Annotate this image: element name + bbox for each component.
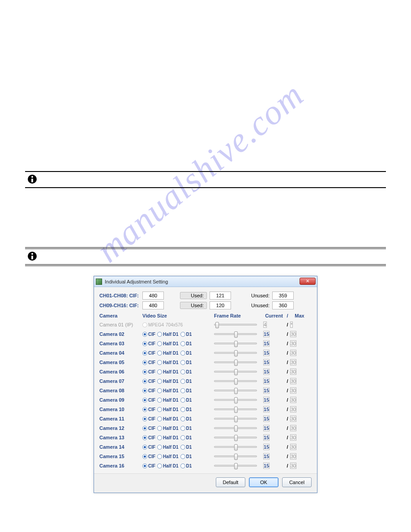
radio-d1[interactable]: D1: [180, 407, 192, 412]
frame-rate-slider[interactable]: [214, 343, 257, 344]
radio-d1[interactable]: D1: [180, 388, 192, 393]
current-value[interactable]: 15: [263, 397, 270, 403]
radio-d1[interactable]: D1: [180, 379, 192, 384]
frame-rate-slider[interactable]: [214, 371, 257, 373]
radio-d1[interactable]: D1: [180, 463, 192, 468]
radio-cif[interactable]: CIF: [142, 454, 155, 459]
radio-cif[interactable]: CIF: [142, 379, 155, 384]
frame-rate-slider[interactable]: [214, 380, 257, 382]
frame-rate-slider[interactable]: [214, 465, 257, 467]
current-value[interactable]: 15: [263, 453, 270, 459]
value-slash: /: [285, 360, 290, 365]
radio-d1[interactable]: D1: [180, 445, 192, 450]
radio-halfd1[interactable]: Half D1: [157, 369, 178, 374]
radio-halfd1[interactable]: Half D1: [157, 416, 178, 421]
info-icon: [28, 175, 37, 184]
camera-row: Camera 02CIFHalf D1D115/30: [99, 330, 312, 339]
current-value[interactable]: 15: [263, 425, 270, 431]
frame-rate-slider[interactable]: [214, 446, 257, 448]
current-value[interactable]: 15: [263, 331, 270, 337]
frame-rate-slider[interactable]: [214, 437, 257, 438]
radio-halfd1[interactable]: Half D1: [157, 388, 178, 393]
dialog-title: Individual Adjustment Setting: [105, 279, 168, 284]
camera-name: Camera 12: [99, 425, 142, 431]
radio-cif[interactable]: CIF: [142, 463, 155, 468]
radio-cif[interactable]: CIF: [142, 341, 155, 346]
radio-d1[interactable]: D1: [180, 369, 192, 374]
radio-halfd1[interactable]: Half D1: [157, 463, 178, 468]
current-value[interactable]: 15: [263, 378, 270, 384]
dialog-button-row: Default OK Cancel: [94, 473, 317, 493]
max-value: 30: [290, 378, 296, 384]
radio-cif[interactable]: CIF: [142, 360, 155, 365]
current-value[interactable]: 15: [263, 359, 270, 365]
radio-d1[interactable]: D1: [180, 435, 192, 440]
current-value[interactable]: 15: [263, 387, 270, 394]
frame-rate-slider[interactable]: [214, 390, 257, 391]
frame-rate-slider: [214, 324, 257, 326]
radio-halfd1[interactable]: Half D1: [157, 379, 178, 384]
radio-d1[interactable]: D1: [180, 360, 192, 365]
radio-halfd1[interactable]: Half D1: [157, 332, 178, 337]
radio-d1[interactable]: D1: [180, 332, 192, 337]
radio-cif[interactable]: CIF: [142, 351, 155, 356]
camera-name: Camera 07: [99, 378, 142, 384]
radio-d1[interactable]: D1: [180, 341, 192, 346]
radio-halfd1[interactable]: Half D1: [157, 435, 178, 440]
radio-cif[interactable]: CIF: [142, 435, 155, 440]
radio-halfd1[interactable]: Half D1: [157, 351, 178, 356]
radio-halfd1[interactable]: Half D1: [157, 407, 178, 412]
radio-halfd1[interactable]: Half D1: [157, 426, 178, 431]
radio-halfd1[interactable]: Half D1: [157, 454, 178, 459]
frame-rate-slider[interactable]: [214, 333, 257, 335]
radio-cif[interactable]: CIF: [142, 416, 155, 421]
current-value[interactable]: 15: [263, 369, 270, 375]
stat-label: CH09-CH16: CIF:: [99, 303, 140, 308]
radio-cif[interactable]: CIF: [142, 388, 155, 393]
camera-row: Camera 12CIFHalf D1D115/30: [99, 424, 312, 433]
camera-name: Camera 11: [99, 416, 142, 421]
frame-rate-slider[interactable]: [214, 408, 257, 410]
cancel-button[interactable]: Cancel: [282, 477, 312, 487]
current-value[interactable]: 15: [263, 463, 270, 469]
radio-d1[interactable]: D1: [180, 426, 192, 431]
radio-d1[interactable]: D1: [180, 416, 192, 421]
used-label: Used:: [180, 302, 207, 309]
max-value: 30: [290, 331, 296, 337]
max-value: 30: [290, 434, 296, 441]
current-value[interactable]: 15: [263, 340, 270, 347]
radio-halfd1[interactable]: Half D1: [157, 360, 178, 365]
frame-rate-slider[interactable]: [214, 399, 257, 401]
radio-d1[interactable]: D1: [180, 398, 192, 403]
dialog-titlebar[interactable]: Individual Adjustment Setting ✕: [94, 276, 317, 287]
ok-button[interactable]: OK: [249, 477, 278, 487]
default-button[interactable]: Default: [216, 477, 245, 487]
current-value[interactable]: 15: [263, 434, 270, 441]
value-slash: /: [285, 350, 290, 356]
current-value[interactable]: 15: [263, 416, 270, 422]
current-value[interactable]: 15: [263, 350, 270, 356]
frame-rate-slider[interactable]: [214, 427, 257, 429]
radio-cif[interactable]: CIF: [142, 407, 155, 412]
current-value[interactable]: 15: [263, 444, 270, 450]
radio-halfd1[interactable]: Half D1: [157, 445, 178, 450]
current-value[interactable]: 15: [263, 406, 270, 412]
frame-rate-slider[interactable]: [214, 361, 257, 363]
radio-d1[interactable]: D1: [180, 351, 192, 356]
radio-halfd1[interactable]: Half D1: [157, 341, 178, 346]
radio-d1[interactable]: D1: [180, 454, 192, 459]
frame-rate-slider[interactable]: [214, 455, 257, 457]
camera-row: Camera 06CIFHalf D1D115/30: [99, 367, 312, 376]
radio-cif[interactable]: CIF: [142, 398, 155, 403]
radio-cif[interactable]: CIF: [142, 426, 155, 431]
value-slash: /: [285, 378, 290, 384]
close-button[interactable]: ✕: [300, 278, 316, 285]
radio-cif[interactable]: CIF: [142, 332, 155, 337]
radio-halfd1[interactable]: Half D1: [157, 398, 178, 403]
frame-rate-slider[interactable]: [214, 352, 257, 354]
radio-cif[interactable]: CIF: [142, 445, 155, 450]
radio-cif[interactable]: CIF: [142, 369, 155, 374]
max-value: 30: [290, 406, 296, 412]
frame-rate-slider[interactable]: [214, 418, 257, 420]
camera-name: Camera 08: [99, 388, 142, 393]
